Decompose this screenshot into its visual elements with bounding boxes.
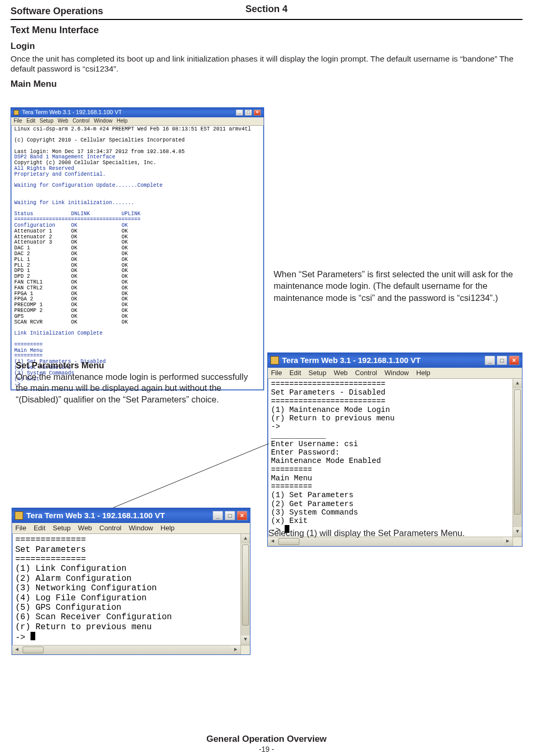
callout-line bbox=[113, 443, 269, 508]
terminal-set-parameters-disabled: Tera Term Web 3.1 - 192.168.1.100 VT _ □… bbox=[267, 352, 522, 547]
scrollbar-thumb[interactable] bbox=[242, 545, 249, 625]
menu-window[interactable]: Window bbox=[94, 118, 113, 125]
terminal-main-menu: Tera Term Web 3.1 - 192.168.1.100 VT _ □… bbox=[11, 107, 264, 390]
minimize-button[interactable]: _ bbox=[485, 356, 495, 365]
minimize-button[interactable]: _ bbox=[213, 511, 223, 520]
menu-file[interactable]: File bbox=[14, 118, 22, 125]
heading-main-menu: Main Menu bbox=[11, 78, 522, 89]
footer-page-number: -19 - bbox=[0, 745, 533, 754]
app-icon bbox=[270, 356, 279, 365]
menu-edit[interactable]: Edit bbox=[289, 369, 301, 377]
close-button[interactable]: × bbox=[237, 511, 247, 520]
scroll-left-icon[interactable]: ◀ bbox=[12, 646, 22, 654]
menu-setup[interactable]: Setup bbox=[53, 524, 71, 532]
scroll-down-icon[interactable]: ▼ bbox=[241, 636, 250, 645]
close-button[interactable]: × bbox=[509, 356, 519, 365]
window-titlebar[interactable]: Tera Term Web 3.1 - 192.168.1.100 VT _ □… bbox=[12, 508, 250, 523]
menu-control[interactable]: Control bbox=[99, 524, 122, 532]
selecting-1-caption: Selecting (1) will display the Set Param… bbox=[268, 528, 516, 539]
menu-edit[interactable]: Edit bbox=[26, 118, 35, 125]
maximize-button[interactable]: □ bbox=[497, 356, 507, 365]
maximize-button[interactable]: □ bbox=[225, 511, 235, 520]
vertical-scrollbar[interactable]: ▲ ▼ bbox=[512, 379, 522, 537]
cursor-icon bbox=[31, 632, 36, 640]
menubar: File Edit Setup Web Control Window Help bbox=[11, 117, 264, 126]
menu-web[interactable]: Web bbox=[78, 524, 92, 532]
footer-title: General Operation Overview bbox=[0, 733, 533, 744]
menu-edit[interactable]: Edit bbox=[34, 524, 45, 532]
heading-set-parameters-menu: Set Parameters Menu bbox=[16, 360, 104, 371]
menu-control[interactable]: Control bbox=[73, 118, 89, 125]
menubar: File Edit Setup Web Control Window Help bbox=[268, 368, 522, 379]
set-parameters-paragraph: Once the maintenance mode login is perfo… bbox=[16, 371, 255, 405]
menu-help[interactable]: Help bbox=[117, 118, 128, 125]
menu-web[interactable]: Web bbox=[334, 369, 348, 377]
scroll-right-icon[interactable]: ▶ bbox=[231, 646, 240, 654]
app-icon bbox=[14, 110, 19, 115]
minimize-button[interactable]: _ bbox=[236, 109, 243, 116]
window-title: Tera Term Web 3.1 - 192.168.1.100 VT bbox=[282, 356, 420, 366]
svg-line-0 bbox=[113, 443, 269, 508]
scroll-up-icon[interactable]: ▲ bbox=[241, 534, 250, 543]
menu-help[interactable]: Help bbox=[416, 369, 430, 377]
menu-control[interactable]: Control bbox=[355, 369, 377, 377]
resize-grip-icon[interactable] bbox=[240, 646, 250, 654]
login-paragraph: Once the unit has completed its boot up … bbox=[11, 54, 522, 74]
terminal-output: ========================= Set Parameters… bbox=[268, 379, 512, 537]
heading-text-menu-interface: Text Menu Interface bbox=[11, 24, 522, 36]
window-title: Tera Term Web 3.1 - 192.168.1.100 VT bbox=[22, 109, 122, 116]
terminal-set-parameters-menu: Tera Term Web 3.1 - 192.168.1.100 VT _ □… bbox=[12, 508, 250, 655]
window-title: Tera Term Web 3.1 - 192.168.1.100 VT bbox=[26, 511, 165, 521]
menu-window[interactable]: Window bbox=[129, 524, 153, 532]
menu-file[interactable]: File bbox=[15, 524, 26, 532]
menu-setup[interactable]: Setup bbox=[39, 118, 53, 125]
scrollbar-thumb[interactable] bbox=[278, 538, 299, 545]
heading-login: Login bbox=[11, 41, 522, 52]
horizontal-scrollbar[interactable]: ◀ ▶ bbox=[12, 645, 250, 654]
app-icon bbox=[15, 511, 23, 520]
window-titlebar[interactable]: Tera Term Web 3.1 - 192.168.1.100 VT _ □… bbox=[268, 353, 522, 368]
scrollbar-thumb[interactable] bbox=[23, 647, 44, 653]
menu-setup[interactable]: Setup bbox=[308, 369, 326, 377]
maximize-button[interactable]: □ bbox=[245, 109, 252, 116]
header-rule bbox=[11, 19, 522, 20]
header-section-title: Section 4 bbox=[245, 3, 287, 15]
close-button[interactable]: × bbox=[254, 109, 261, 116]
terminal-output: Linux csi-dsp-arm 2.6.34-m #24 PREEMPT W… bbox=[11, 126, 264, 390]
maintenance-mode-caption: When “Set Parameters” is first selected … bbox=[274, 268, 521, 304]
vertical-scrollbar[interactable]: ▲ ▼ bbox=[240, 534, 250, 644]
terminal-output: ============== Set Parameters ==========… bbox=[12, 534, 240, 644]
window-titlebar[interactable]: Tera Term Web 3.1 - 192.168.1.100 VT _ □… bbox=[11, 108, 264, 117]
menu-window[interactable]: Window bbox=[385, 369, 409, 377]
scroll-up-icon[interactable]: ▲ bbox=[513, 379, 522, 388]
menu-file[interactable]: File bbox=[271, 369, 282, 377]
scrollbar-thumb[interactable] bbox=[514, 389, 521, 514]
header-section-label: Software Operations bbox=[11, 5, 103, 17]
menu-web[interactable]: Web bbox=[58, 118, 68, 125]
menubar: File Edit Setup Web Control Window Help bbox=[12, 523, 250, 534]
menu-help[interactable]: Help bbox=[160, 524, 175, 532]
